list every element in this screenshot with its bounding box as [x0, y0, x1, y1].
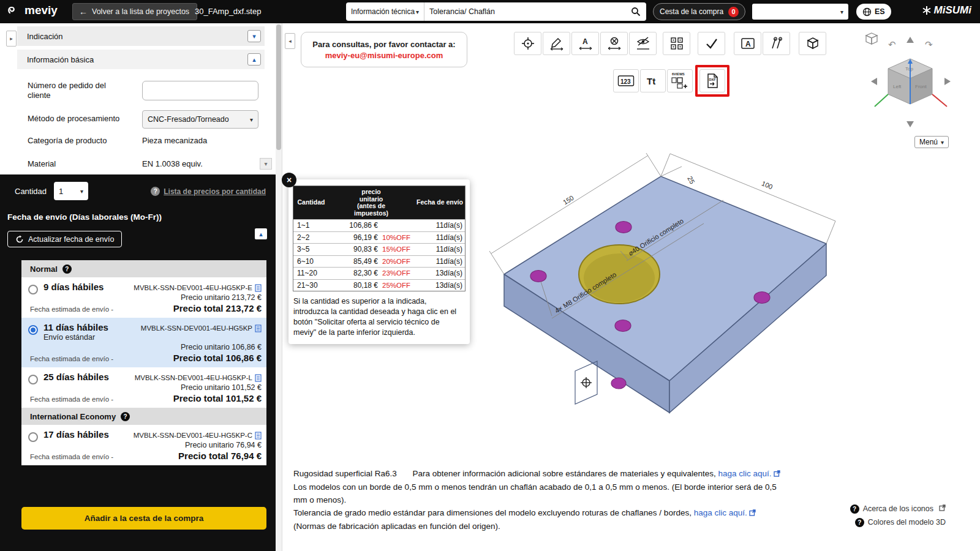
geometric-tolerance-tool-button[interactable]: [763, 32, 790, 55]
option-estimated-date: Fecha estimada de envío -: [30, 453, 113, 460]
quantity-price-popup: Cantidad precio unitario (antes de impue…: [288, 179, 470, 344]
quantity-select[interactable]: 1: [54, 182, 88, 200]
radio-button[interactable]: [28, 285, 38, 294]
search-button[interactable]: [625, 2, 646, 21]
view-cube[interactable]: Top Left Front: [875, 59, 947, 107]
external-link-icon: [749, 507, 756, 520]
m8-hole: [754, 292, 770, 304]
shipping-option[interactable]: 17 días hábiles MVBLK-SSN-DEV001-4EU-HG5…: [21, 425, 266, 465]
language-code: ES: [875, 7, 885, 16]
dimension-delete-tool-button[interactable]: [600, 32, 628, 55]
rotate-right-icon[interactable]: ↷: [925, 39, 933, 50]
price-list-link[interactable]: Lista de precios por cantidad: [151, 187, 266, 196]
rotate-left-arrow[interactable]: [871, 78, 877, 85]
material-label: Material: [28, 159, 129, 169]
language-selector[interactable]: ES: [856, 4, 891, 20]
model-colors-link[interactable]: Colores del modelo 3D: [850, 515, 946, 529]
basic-info-collapse-button[interactable]: [247, 53, 261, 66]
svg-text:A: A: [745, 40, 751, 48]
customer-order-label: Número de pedido del cliente: [28, 81, 129, 100]
top-bar: meviy Volver a la lista de proyectos 30_…: [0, 0, 980, 23]
view-cube-widget[interactable]: ↶ ↷ Top Left Front: [861, 29, 959, 136]
normal-header-label: Normal: [30, 264, 58, 274]
sidebar-scrollbar-thumb[interactable]: [276, 24, 281, 150]
price-list-link-label: Lista de precios por cantidad: [164, 187, 266, 196]
option-days: 25 días hábiles: [43, 372, 109, 382]
radio-button[interactable]: [28, 325, 38, 335]
option-total-price: Precio total 101,52 €: [173, 393, 262, 403]
six-views-tool-button[interactable]: 6VIEWS: [667, 69, 693, 92]
help-icon[interactable]: [62, 264, 72, 274]
radio-button[interactable]: [28, 375, 38, 384]
model-3d-viewport[interactable]: 150 100 25 ⌀40 Orificio completo 4× M8 O…: [466, 152, 870, 470]
tolerance-info-link[interactable]: haga clic aquí.: [694, 508, 747, 517]
viewer-toolbar-row1: A: [514, 32, 827, 55]
help-icon[interactable]: [121, 412, 130, 421]
col-ship-date: Fecha de envío: [413, 186, 466, 219]
shipping-option[interactable]: 9 días hábiles MVBLK-SSN-DEV001-4EU-HG5K…: [21, 277, 266, 318]
rotate-up-arrow[interactable]: [907, 37, 914, 43]
materials-standards-note: Para obtener información adicional sobre…: [412, 469, 715, 478]
topbar-empty-select[interactable]: [752, 4, 848, 20]
shipping-date-title: Fecha de envío (Días laborales (Mo-Fr)): [7, 212, 162, 222]
pattern-tool-button[interactable]: [663, 32, 690, 55]
check-tool-button[interactable]: [698, 32, 725, 55]
indication-expand-button[interactable]: [247, 30, 261, 42]
viewer-collapse-handle[interactable]: ◂: [285, 33, 295, 49]
search-category-select[interactable]: Información técnica: [346, 2, 424, 21]
copy-document-icon[interactable]: [255, 324, 262, 332]
m8-hole: [616, 222, 631, 233]
center-mark-tool-button[interactable]: [514, 32, 541, 55]
numeric-input-tool-button[interactable]: 123: [613, 69, 639, 92]
contact-email[interactable]: meviy-eu@misumi-europe.com: [325, 51, 443, 60]
col-unit-price: precio unitario (antes de impuestos): [349, 189, 393, 217]
cart-button[interactable]: Cesta de la compra 0: [653, 3, 745, 20]
hide-dimensions-tool-button[interactable]: [629, 32, 657, 55]
contact-line: Para consultas, por favor contactar a:: [312, 40, 455, 49]
shipping-option[interactable]: 25 días hábiles MVBLK-SSN-DEV001-4EU-HG5…: [21, 367, 266, 408]
customer-order-input[interactable]: [142, 81, 258, 100]
shipping-collapse-button[interactable]: [255, 228, 267, 239]
viewer-menu-label: Menú: [919, 138, 938, 146]
text-size-tool-button[interactable]: Tt: [640, 69, 666, 92]
popup-note: Si la cantidad es superior a la indicada…: [288, 291, 470, 340]
3d-view-tool-button[interactable]: [799, 32, 826, 55]
refresh-icon: [15, 235, 24, 244]
shipping-option-selected[interactable]: 11 días hábiles MVBLK-SSN-DEV001-4EU-HG5…: [21, 318, 266, 367]
3d-layers-icon: [805, 36, 821, 51]
close-icon[interactable]: [282, 173, 296, 187]
col-quantity: Cantidad: [293, 186, 329, 219]
panel-collapse-handle[interactable]: ▸: [6, 31, 17, 47]
meviy-logo[interactable]: meviy: [7, 4, 58, 17]
about-icons-label: Acerca de los iconos: [863, 504, 933, 513]
measure-length-tool-button[interactable]: [543, 32, 570, 55]
dxf-export-button[interactable]: DXF: [699, 69, 725, 92]
add-to-cart-button[interactable]: Añadir a la cesta de la compra: [21, 507, 266, 530]
x-axis: [932, 94, 947, 107]
copy-document-icon[interactable]: [255, 374, 262, 382]
note-line-4: (Normas de fabricación aplicadas en func…: [293, 520, 780, 533]
text-annotation-tool-button[interactable]: A: [734, 32, 761, 55]
copy-document-icon[interactable]: [255, 432, 262, 440]
option-days: 11 días hábiles: [43, 322, 108, 332]
dxf-file-icon: DXF: [704, 73, 720, 89]
back-to-projects-button[interactable]: Volver a la lista de proyectos: [72, 3, 197, 20]
about-icons-link[interactable]: Acerca de los iconos: [850, 502, 946, 515]
rotate-left-icon[interactable]: ↶: [888, 39, 896, 50]
viewer-toolbar-row2: 123 Tt 6VIEWS DXF: [613, 65, 729, 97]
dimension-text-tool-button[interactable]: A: [571, 32, 599, 55]
copy-document-icon[interactable]: [255, 284, 262, 292]
processing-method-select[interactable]: CNC-Fresado/Torneado: [142, 110, 258, 129]
rotate-right-arrow[interactable]: [944, 78, 951, 85]
text-size-icon: Tt: [644, 74, 662, 88]
search-input[interactable]: [424, 7, 625, 16]
radio-button[interactable]: [28, 432, 38, 442]
rotate-down-arrow[interactable]: [907, 121, 914, 127]
materials-info-link[interactable]: haga clic aquí.: [718, 469, 771, 478]
home-view-icon[interactable]: [866, 33, 877, 44]
form-scroll-down-button[interactable]: [260, 158, 272, 170]
viewer-menu-button[interactable]: Menú: [914, 136, 949, 148]
update-shipping-date-button[interactable]: Actualizar fecha de envío: [7, 231, 122, 247]
option-unit-price: Precio unitario 213,72 €: [43, 293, 262, 302]
price-row: 6~10 85,49 € 20%OFF 11día(s): [293, 255, 465, 268]
